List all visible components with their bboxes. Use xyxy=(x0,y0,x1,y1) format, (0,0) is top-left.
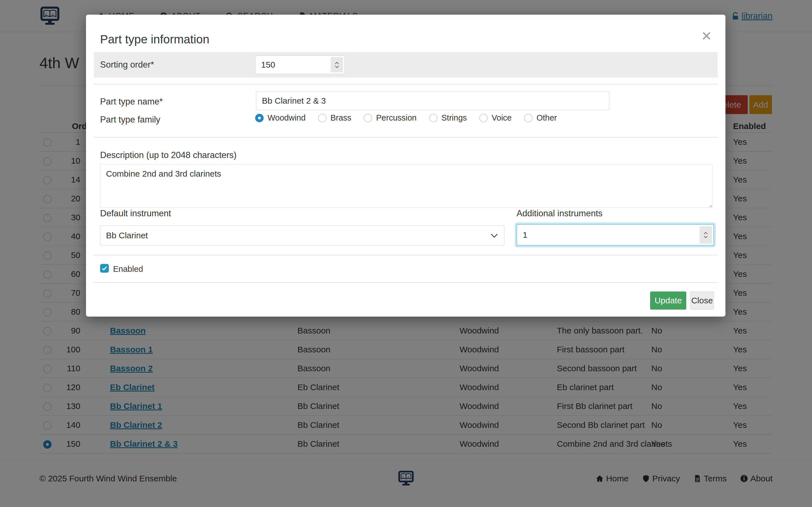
number-spinner[interactable] xyxy=(700,226,712,244)
chevron-up-icon xyxy=(703,232,708,235)
radio-icon xyxy=(479,114,488,122)
part-type-modal: Part type information ✕ Sorting order* 1… xyxy=(86,15,725,317)
divider xyxy=(94,255,718,255)
family-radio-group: WoodwindBrassPercussionStringsVoiceOther xyxy=(255,113,557,122)
additional-instruments-input[interactable]: 1 xyxy=(516,224,714,245)
divider xyxy=(94,137,718,137)
family-radio-other[interactable]: Other xyxy=(524,113,557,122)
divider xyxy=(94,84,718,84)
default-instrument-select[interactable]: Bb Clarinet xyxy=(100,225,504,245)
chevron-up-icon xyxy=(335,62,339,64)
close-button[interactable]: Close xyxy=(690,291,714,309)
radio-icon xyxy=(255,114,264,122)
modal-close-icon[interactable]: ✕ xyxy=(699,29,714,43)
family-radio-strings[interactable]: Strings xyxy=(429,113,467,122)
default-instrument-label: Default instrument xyxy=(100,209,171,219)
update-button[interactable]: Update xyxy=(650,291,686,309)
family-radio-brass[interactable]: Brass xyxy=(318,113,351,122)
family-radio-percussion[interactable]: Percussion xyxy=(364,113,416,122)
sorting-order-label: Sorting order* xyxy=(94,60,154,70)
sorting-order-input[interactable]: 150 xyxy=(255,55,345,74)
radio-icon xyxy=(318,114,326,122)
description-textarea[interactable]: Combine 2nd and 3rd clarinets xyxy=(100,164,712,208)
radio-icon xyxy=(429,114,438,122)
sorting-order-row: Sorting order* xyxy=(94,52,718,77)
check-icon xyxy=(101,266,107,271)
modal-title: Part type information xyxy=(100,33,209,46)
family-radio-voice[interactable]: Voice xyxy=(479,113,512,122)
chevron-down-icon xyxy=(335,65,339,68)
enabled-label: Enabled xyxy=(113,265,143,274)
additional-instruments-label: Additional instruments xyxy=(516,209,603,219)
radio-icon xyxy=(364,114,372,122)
number-spinner[interactable] xyxy=(331,57,343,72)
part-type-name-input[interactable] xyxy=(256,92,609,110)
radio-icon xyxy=(524,114,532,122)
part-type-name-label: Part type name* xyxy=(100,97,163,107)
family-radio-woodwind[interactable]: Woodwind xyxy=(255,113,306,122)
application-window: ♪ ♪ HOME ABOUT SEARCH MATERIALS xyxy=(0,0,812,507)
part-type-family-label: Part type family xyxy=(100,115,160,125)
enabled-checkbox[interactable] xyxy=(100,264,109,273)
chevron-down-icon xyxy=(703,235,708,238)
description-label: Description (up to 2048 characters) xyxy=(100,150,237,160)
chevron-down-icon xyxy=(491,233,498,238)
